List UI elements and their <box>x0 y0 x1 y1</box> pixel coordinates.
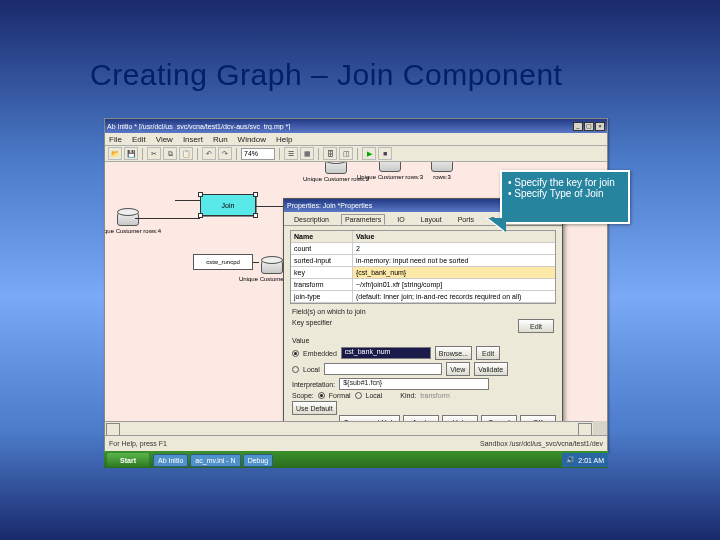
tree-icon[interactable]: ☰ <box>284 147 298 160</box>
app-window: Ab Initio * [/usr/dcl/us_svc/vcna/test1/… <box>104 118 608 452</box>
interp-field[interactable]: ${sub#1.fcn} <box>339 378 489 390</box>
window-title: Ab Initio * [/usr/dcl/us_svc/vcna/test1/… <box>107 123 290 130</box>
param-grid: NameValue count2 sorted-inputin-memory: … <box>290 230 556 304</box>
tab-ports[interactable]: Ports <box>454 214 478 225</box>
db-source-4[interactable]: rows:3 <box>425 162 459 181</box>
menu-insert[interactable]: Insert <box>183 135 203 144</box>
value-label: Value <box>292 337 554 344</box>
fields-label: Field(s) on which to join <box>292 308 554 315</box>
properties-dialog: Properties: Join *Properties × Descripti… <box>283 198 563 421</box>
open-icon[interactable]: 📂 <box>108 147 122 160</box>
db-source-2[interactable]: Unique Customer rows:2 <box>319 162 353 183</box>
status-left: For Help, press F1 <box>109 440 167 447</box>
system-tray[interactable]: 🔊 2:01 AM <box>562 453 608 467</box>
menubar: File Edit View Insert Run Window Help <box>105 133 607 146</box>
undo-icon[interactable]: ↶ <box>202 147 216 160</box>
join-label: Join <box>222 202 235 209</box>
db-source-1[interactable]: Unique Customer rows:4 <box>111 210 145 235</box>
volume-icon[interactable]: 🔊 <box>566 456 575 464</box>
embedded-label: Embedded <box>303 350 337 357</box>
local-label: Local <box>303 366 320 373</box>
reformat-component[interactable]: cstw_runcpd <box>193 254 253 270</box>
edit-button-2[interactable]: Edit <box>476 346 500 360</box>
task-item[interactable]: ac_mv.ini - N <box>190 454 240 467</box>
embedded-select[interactable]: cst_bank_num <box>341 347 431 359</box>
menu-edit[interactable]: Edit <box>132 135 146 144</box>
redo-icon[interactable]: ↷ <box>218 147 232 160</box>
param-row-key[interactable]: key{cst_bank_num} <box>291 267 555 279</box>
kind-value: transform <box>420 392 450 399</box>
dialog-title: Properties: Join *Properties <box>287 202 372 209</box>
local-input[interactable] <box>324 363 442 375</box>
db-icon[interactable]: 🗄 <box>323 147 337 160</box>
copy-icon[interactable]: ⧉ <box>163 147 177 160</box>
radio-scope-local[interactable] <box>355 392 362 399</box>
edit-button[interactable]: Edit <box>518 319 554 333</box>
toolbar: 📂 💾 ✂ ⧉ 📋 ↶ ↷ 74% ☰ ▦ 🗄 ◫ ▶ ■ <box>105 146 607 162</box>
radio-local[interactable] <box>292 366 299 373</box>
tab-parameters[interactable]: Parameters <box>341 214 385 225</box>
menu-window[interactable]: Window <box>238 135 266 144</box>
grid-hdr-name: Name <box>291 231 353 242</box>
interp-label: Interpretation: <box>292 381 335 388</box>
radio-formal[interactable] <box>318 392 325 399</box>
annotation-callout: • Specify the key for join • Specify Typ… <box>500 170 630 224</box>
clock: 2:01 AM <box>578 457 604 464</box>
h-scrollbar[interactable] <box>105 421 593 435</box>
save-icon[interactable]: 💾 <box>124 147 138 160</box>
menu-run[interactable]: Run <box>213 135 228 144</box>
task-item[interactable]: Debug <box>243 454 274 467</box>
tab-io[interactable]: IO <box>393 214 408 225</box>
task-item[interactable]: Ab Initio <box>153 454 188 467</box>
maximize-button[interactable]: ▢ <box>584 122 594 131</box>
window-titlebar: Ab Initio * [/usr/dcl/us_svc/vcna/test1/… <box>105 119 607 133</box>
taskbar-wrap: Start Ab Initio ac_mv.ini - N Debug 🔊 2:… <box>104 452 608 468</box>
window-buttons: _ ▢ × <box>573 122 605 131</box>
menu-file[interactable]: File <box>109 135 122 144</box>
menu-help[interactable]: Help <box>276 135 292 144</box>
param-row[interactable]: transform~/xfr/join01.xfr [string/comp] <box>291 279 555 291</box>
tab-layout[interactable]: Layout <box>417 214 446 225</box>
component-icon[interactable]: ◫ <box>339 147 353 160</box>
status-right: Sandbox /usr/dcl/us_svc/vcna/test1/dev <box>480 440 603 447</box>
close-button[interactable]: × <box>595 122 605 131</box>
grid-icon[interactable]: ▦ <box>300 147 314 160</box>
callout-line1: Specify the key for join <box>514 177 615 188</box>
radio-embedded[interactable] <box>292 350 299 357</box>
scope-label: Scope: <box>292 392 314 399</box>
validate-button[interactable]: Validate <box>474 362 508 376</box>
param-row[interactable]: sorted-inputin-memory: input need not be… <box>291 255 555 267</box>
view-button[interactable]: View <box>446 362 470 376</box>
join-component[interactable]: Join <box>200 194 256 216</box>
stop-icon[interactable]: ■ <box>378 147 392 160</box>
paste-icon[interactable]: 📋 <box>179 147 193 160</box>
zoom-select[interactable]: 74% <box>241 148 275 160</box>
db-source-3[interactable]: Unique Customer rows:3 <box>373 162 407 181</box>
usedefault-button[interactable]: Use Default <box>292 401 337 415</box>
keyspec-label: Key specifier <box>292 319 332 333</box>
minimize-button[interactable]: _ <box>573 122 583 131</box>
kind-label: Kind: <box>400 392 416 399</box>
browse-button[interactable]: Browse... <box>435 346 472 360</box>
menu-view[interactable]: View <box>156 135 173 144</box>
slide-title: Creating Graph – Join Component <box>90 58 562 92</box>
desc-label: Description <box>290 214 333 225</box>
callout-line2: Specify Type of Join <box>514 188 603 199</box>
param-row[interactable]: join-type(default: Inner join; in-and-re… <box>291 291 555 303</box>
run-icon[interactable]: ▶ <box>362 147 376 160</box>
start-button[interactable]: Start <box>107 453 149 467</box>
grid-hdr-value: Value <box>353 231 555 242</box>
statusbar: For Help, press F1 Sandbox /usr/dcl/us_s… <box>105 435 607 451</box>
cut-icon[interactable]: ✂ <box>147 147 161 160</box>
param-row[interactable]: count2 <box>291 243 555 255</box>
